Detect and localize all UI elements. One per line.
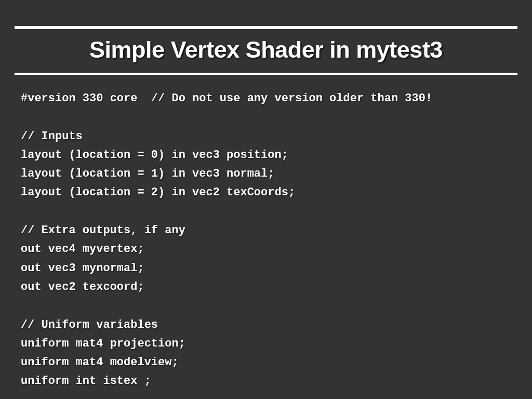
code-line: out vec4 myvertex; <box>21 240 511 259</box>
code-line: #version 330 core // Do not use any vers… <box>21 89 511 108</box>
code-line: layout (location = 2) in vec2 texCoords; <box>21 183 511 202</box>
slide-container: Simple Vertex Shader in mytest3 #version… <box>0 0 532 399</box>
code-line: out vec2 texcoord; <box>21 278 511 297</box>
code-line <box>21 108 511 127</box>
code-line: // Uniform variables <box>21 316 511 335</box>
code-line: layout (location = 0) in vec3 position; <box>21 146 511 165</box>
code-line: uniform mat4 modelview; <box>21 353 511 372</box>
divider-top <box>15 26 517 29</box>
code-line: uniform mat4 projection; <box>21 335 511 353</box>
slide-title: Simple Vertex Shader in mytest3 <box>0 33 532 68</box>
code-line: // Inputs <box>21 127 511 146</box>
code-line: uniform int istex ; <box>21 372 511 391</box>
title-section: Simple Vertex Shader in mytest3 <box>0 0 532 75</box>
code-line <box>21 203 511 221</box>
code-block: #version 330 core // Do not use any vers… <box>0 75 532 391</box>
code-line: out vec3 mynormal; <box>21 259 511 278</box>
code-line <box>21 297 511 315</box>
code-line: layout (location = 1) in vec3 normal; <box>21 165 511 183</box>
code-line: // Extra outputs, if any <box>21 221 511 240</box>
